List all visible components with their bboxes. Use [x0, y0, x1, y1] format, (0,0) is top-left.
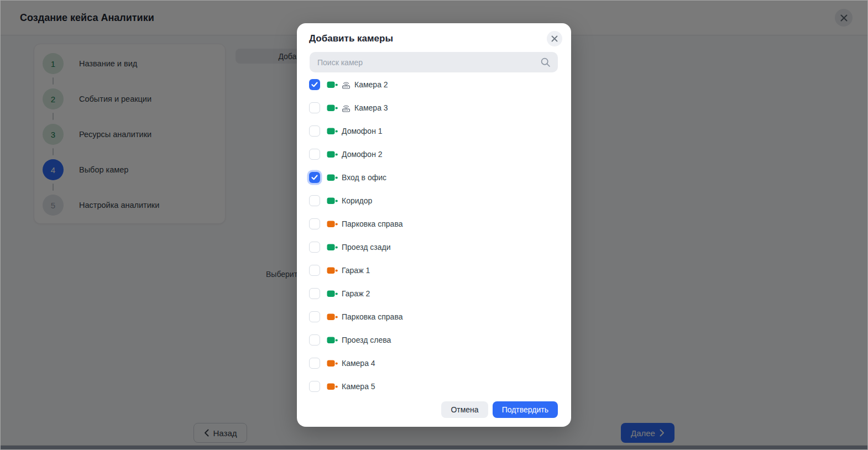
- bridge-icon: [341, 103, 351, 113]
- camera-name: Проезд сзади: [342, 243, 390, 252]
- camera-checkbox[interactable]: [309, 79, 320, 90]
- camera-name: Домофон 2: [342, 150, 383, 159]
- camera-name: Гараж 2: [342, 289, 370, 298]
- camera-icon: [327, 104, 338, 112]
- modal-title: Добавить камеры: [309, 33, 393, 44]
- video-camera-icon: [327, 104, 338, 112]
- camera-list-item[interactable]: Камера 5: [297, 375, 571, 398]
- camera-list: Камера 2Камера 3Домофон 1Домофон 2Вход в…: [297, 73, 571, 398]
- camera-icon: [327, 383, 338, 391]
- camera-icon: [327, 336, 338, 344]
- camera-checkbox[interactable]: [309, 218, 320, 229]
- camera-checkbox[interactable]: [309, 334, 320, 346]
- camera-list-item[interactable]: Домофон 1: [297, 119, 571, 143]
- camera-checkbox[interactable]: [309, 172, 320, 183]
- camera-list-item[interactable]: Камера 3: [297, 96, 571, 119]
- video-camera-icon: [327, 174, 338, 182]
- camera-name: Вход в офис: [342, 173, 386, 182]
- modal-close-button[interactable]: [547, 31, 562, 46]
- camera-checkbox[interactable]: [309, 102, 320, 113]
- camera-list-item[interactable]: Коридор: [297, 189, 571, 212]
- cancel-button[interactable]: Отмена: [441, 401, 488, 418]
- camera-search-input[interactable]: [310, 52, 558, 72]
- camera-name: Парковка справа: [342, 219, 402, 228]
- camera-list-item[interactable]: Парковка справа: [297, 305, 571, 328]
- video-camera-icon: [327, 127, 338, 135]
- bridge-icon: [341, 80, 351, 90]
- camera-list-item[interactable]: Проезд сзади: [297, 236, 571, 259]
- video-camera-icon: [327, 243, 338, 252]
- camera-icon: [327, 81, 338, 89]
- camera-checkbox[interactable]: [309, 288, 320, 299]
- camera-search: [310, 52, 558, 72]
- camera-checkbox[interactable]: [309, 125, 320, 137]
- camera-icon: [327, 290, 338, 298]
- check-icon: [311, 175, 318, 180]
- video-camera-icon: [327, 220, 338, 228]
- camera-name: Гараж 1: [342, 266, 370, 275]
- app-window: Создание кейса Аналитики 1Название и вид…: [0, 0, 868, 450]
- camera-checkbox[interactable]: [309, 149, 320, 160]
- video-camera-icon: [327, 336, 338, 344]
- video-camera-icon: [327, 266, 338, 275]
- confirm-button[interactable]: Подтвердить: [493, 401, 558, 418]
- camera-list-item[interactable]: Гараж 1: [297, 259, 571, 282]
- video-camera-icon: [327, 383, 338, 391]
- camera-name: Проезд слева: [342, 336, 391, 344]
- camera-list-item[interactable]: Гараж 2: [297, 282, 571, 305]
- camera-icon: [327, 359, 338, 368]
- camera-icon: [327, 150, 338, 159]
- camera-icon: [327, 313, 338, 321]
- camera-icon: [327, 243, 338, 252]
- camera-name: Камера 5: [342, 382, 375, 391]
- camera-checkbox[interactable]: [309, 265, 320, 276]
- camera-name: Камера 4: [342, 359, 375, 368]
- camera-list-item[interactable]: Проезд слева: [297, 328, 571, 352]
- camera-icon: [327, 174, 338, 182]
- video-camera-icon: [327, 150, 338, 159]
- camera-checkbox[interactable]: [309, 195, 320, 206]
- camera-checkbox[interactable]: [309, 358, 320, 369]
- camera-icon: [327, 127, 338, 135]
- camera-icon: [327, 266, 338, 275]
- camera-name: Домофон 1: [342, 127, 383, 135]
- video-camera-icon: [327, 197, 338, 205]
- camera-icon: [327, 220, 338, 228]
- camera-checkbox[interactable]: [309, 242, 320, 253]
- camera-name: Камера 2: [354, 80, 388, 89]
- video-camera-icon: [327, 359, 338, 368]
- camera-list-item[interactable]: Вход в офис: [297, 166, 571, 189]
- bridge-wifi-icon: [341, 103, 351, 113]
- camera-name: Коридор: [342, 196, 372, 205]
- camera-icon: [327, 197, 338, 205]
- camera-list-item[interactable]: Камера 4: [297, 352, 571, 375]
- camera-name: Камера 3: [354, 103, 388, 112]
- check-icon: [311, 82, 318, 87]
- camera-list-item[interactable]: Парковка справа: [297, 212, 571, 236]
- modal-footer: Отмена Подтвердить: [441, 401, 558, 418]
- video-camera-icon: [327, 81, 338, 89]
- add-cameras-modal: Добавить камеры Камера 2Камера 3Домофон …: [297, 23, 571, 427]
- camera-list-item[interactable]: Домофон 2: [297, 143, 571, 166]
- video-camera-icon: [327, 313, 338, 321]
- camera-list-item[interactable]: Камера 2: [297, 73, 571, 96]
- camera-name: Парковка справа: [342, 312, 402, 321]
- camera-checkbox[interactable]: [309, 311, 320, 322]
- bridge-wifi-icon: [341, 80, 351, 90]
- close-icon: [551, 35, 558, 42]
- camera-checkbox[interactable]: [309, 381, 320, 392]
- video-camera-icon: [327, 290, 338, 298]
